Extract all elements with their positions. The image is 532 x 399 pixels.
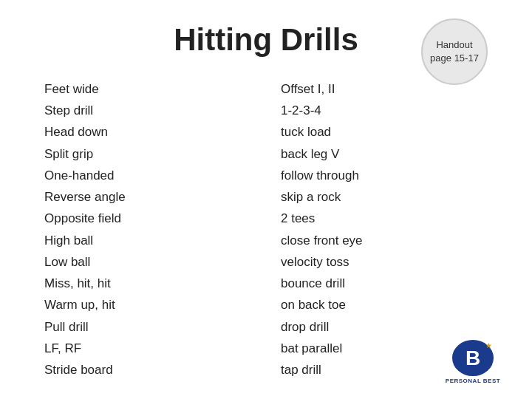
list-item: Split grip xyxy=(44,143,251,165)
logo-area: B ★ PERSONAL BEST xyxy=(443,340,502,384)
list-item: High ball xyxy=(44,230,251,251)
list-item: Low ball xyxy=(44,251,251,273)
list-item: close front eye xyxy=(281,230,488,251)
list-item: 1-2-3-4 xyxy=(281,100,488,121)
list-item: skip a rock xyxy=(281,186,488,208)
list-item: follow through xyxy=(281,165,488,186)
list-item: Stride board xyxy=(44,359,251,381)
list-item: Reverse angle xyxy=(44,186,251,208)
list-item: Head down xyxy=(44,121,251,143)
list-item: 2 tees xyxy=(281,208,488,229)
list-item: bounce drill xyxy=(281,273,488,294)
handout-text: Handout page 15-17 xyxy=(430,38,479,65)
logo-star-icon: ★ xyxy=(485,341,492,349)
right-column: Offset I, II1-2-3-4tuck loadback leg Vfo… xyxy=(281,78,488,381)
header-row: Hitting Drills Handout page 15-17 xyxy=(44,22,488,58)
logo-label: PERSONAL BEST xyxy=(446,378,500,384)
list-item: LF, RF xyxy=(44,338,251,359)
list-item: drop drill xyxy=(281,316,488,338)
list-item: back leg V xyxy=(281,143,488,165)
logo-circle: B ★ xyxy=(452,340,494,376)
list-item: on back toe xyxy=(281,294,488,316)
list-item: tuck load xyxy=(281,121,488,143)
content-row: Feet wideStep drillHead downSplit gripOn… xyxy=(44,78,488,381)
page: Hitting Drills Handout page 15-17 Feet w… xyxy=(0,0,532,399)
list-item: Opposite field xyxy=(44,208,251,229)
list-item: Miss, hit, hit xyxy=(44,273,251,294)
handout-badge: Handout page 15-17 xyxy=(421,18,488,85)
list-item: One-handed xyxy=(44,165,251,186)
logo-letter: B xyxy=(466,347,480,370)
list-item: Feet wide xyxy=(44,78,251,100)
list-item: Warm up, hit xyxy=(44,294,251,316)
list-item: Step drill xyxy=(44,100,251,121)
list-item: Pull drill xyxy=(44,316,251,338)
list-item: velocity toss xyxy=(281,251,488,273)
left-column: Feet wideStep drillHead downSplit gripOn… xyxy=(44,78,251,381)
